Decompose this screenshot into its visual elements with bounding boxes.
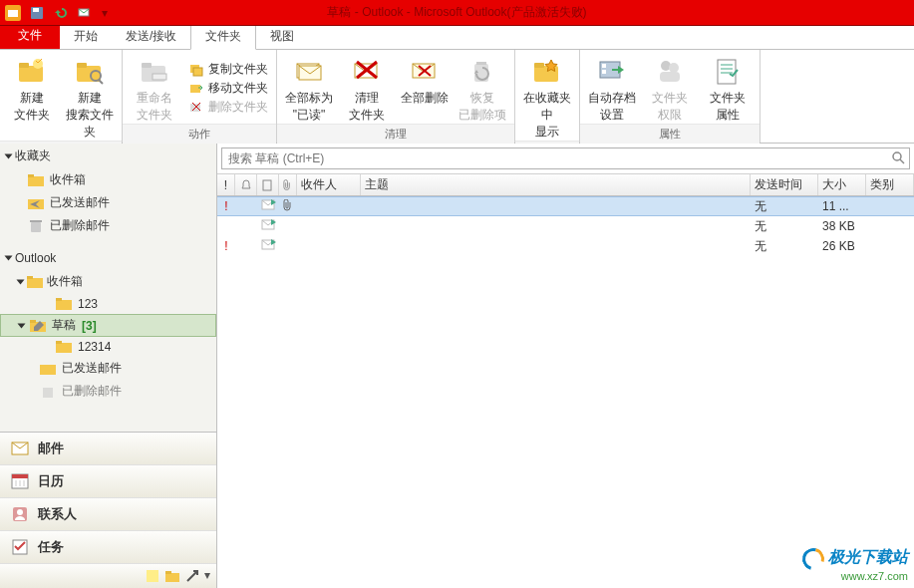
svg-line-11 <box>99 80 103 84</box>
autoarchive-button[interactable]: 自动存档 设置 <box>584 52 640 124</box>
nav-inbox-node[interactable]: 收件箱 <box>0 269 216 294</box>
cleanup-folder-button[interactable]: 清理 文件夹 <box>339 52 395 124</box>
col-size[interactable]: 大小 <box>818 174 866 195</box>
nav-folder-123-label: 123 <box>78 297 98 311</box>
message-row[interactable]: ! 无 26 KB <box>217 236 914 256</box>
svg-rect-8 <box>77 66 101 82</box>
nav-calendar-button[interactable]: 日历 <box>0 465 216 498</box>
svg-rect-47 <box>27 278 43 288</box>
nav-fav-deleted[interactable]: 已删除邮件 <box>0 214 216 237</box>
qat-customize-dropdown[interactable]: ▾ <box>98 2 112 24</box>
svg-rect-50 <box>56 298 62 301</box>
col-category[interactable]: 类别 <box>866 174 914 195</box>
col-reminder[interactable] <box>235 174 257 195</box>
svg-rect-43 <box>28 174 34 177</box>
folder-properties-label: 文件夹 属性 <box>710 90 746 124</box>
folder-permissions-button: 文件夹 权限 <box>642 52 698 124</box>
col-recipient[interactable]: 收件人 <box>297 174 361 195</box>
svg-rect-34 <box>602 70 606 74</box>
cell-sendtime: 无 <box>751 198 818 215</box>
new-folder-button[interactable]: 新建 文件夹 <box>4 52 60 141</box>
nav-outlook-label: Outlook <box>15 251 56 265</box>
ribbon-group-actions: 重命名 文件夹 复制文件夹 移动文件夹 删除文件夹 动作 <box>123 50 277 143</box>
nav-folder-12314[interactable]: 12314 <box>0 337 216 357</box>
svg-rect-66 <box>147 570 158 582</box>
nav-mail-button[interactable]: 邮件 <box>0 433 216 465</box>
group-cleanup-label: 清理 <box>277 124 514 144</box>
qat-sendreceive-icon[interactable] <box>74 2 96 24</box>
tab-folder[interactable]: 文件夹 <box>190 23 256 50</box>
svg-rect-54 <box>56 341 62 344</box>
nav-tray-dropdown[interactable]: ▾ <box>204 568 210 584</box>
cell-sendtime: 无 <box>751 238 818 255</box>
nav-fav-deleted-label: 已删除邮件 <box>50 217 110 234</box>
autoarchive-label: 自动存档 设置 <box>588 90 636 124</box>
folder-icon <box>28 173 44 187</box>
nav-fav-inbox[interactable]: 收件箱 <box>0 168 216 191</box>
nav-contacts-label: 联系人 <box>38 505 77 523</box>
navigation-pane: 收藏夹 收件箱 已发送邮件 已删除邮件 Outlook 收件箱 123 <box>0 144 217 588</box>
folder-icon <box>27 275 43 289</box>
nav-favorites-header[interactable]: 收藏夹 <box>0 144 216 168</box>
svg-rect-3 <box>33 8 39 12</box>
mark-all-read-label: 全部标为 "已读" <box>285 90 333 124</box>
svg-rect-67 <box>165 573 179 582</box>
nav-outlook-header[interactable]: Outlook <box>0 247 216 269</box>
copy-folder-button[interactable]: 复制文件夹 <box>184 60 272 79</box>
search-input[interactable] <box>222 151 887 165</box>
ribbon-group-favorites: 在收藏夹中 显示 收藏夹 <box>515 50 580 143</box>
titlebar: ▾ 草稿 - Outlook - Microsoft Outlook(产品激活失… <box>0 0 914 26</box>
tab-file[interactable]: 文件 <box>0 22 60 49</box>
col-sendtime[interactable]: 发送时间 <box>751 174 818 195</box>
svg-rect-55 <box>40 365 56 375</box>
svg-line-70 <box>900 159 904 163</box>
nav-tasks-button[interactable]: 任务 <box>0 531 216 564</box>
col-importance[interactable]: ! <box>217 174 235 195</box>
cell-size: 26 KB <box>818 239 866 253</box>
svg-rect-68 <box>165 571 171 574</box>
notes-icon[interactable] <box>145 568 160 584</box>
svg-rect-42 <box>28 176 44 186</box>
qat-save-icon[interactable] <box>26 2 48 24</box>
outlook-app-icon[interactable] <box>2 2 24 24</box>
search-icon[interactable] <box>887 150 909 167</box>
delete-all-button[interactable]: 全部删除 <box>397 52 453 124</box>
sent-icon <box>28 196 44 210</box>
search-box[interactable] <box>221 147 910 169</box>
new-search-folder-button[interactable]: 新建 搜索文件夹 <box>62 52 118 141</box>
show-in-favorites-button[interactable]: 在收藏夹中 显示 <box>519 52 575 141</box>
nav-contacts-button[interactable]: 联系人 <box>0 498 216 531</box>
delete-folder-button[interactable]: 删除文件夹 <box>184 98 272 117</box>
message-row[interactable]: 无 38 KB <box>217 216 914 236</box>
col-subject[interactable]: 主题 <box>361 174 751 195</box>
chevron-down-icon <box>18 323 26 328</box>
tab-send-receive[interactable]: 发送/接收 <box>112 24 190 49</box>
delete-folder-label: 删除文件夹 <box>208 99 268 116</box>
tab-home[interactable]: 开始 <box>60 24 112 49</box>
group-properties-label: 属性 <box>580 124 760 144</box>
svg-rect-71 <box>263 180 271 190</box>
nav-calendar-label: 日历 <box>38 472 64 490</box>
mark-all-read-button[interactable]: 全部标为 "已读" <box>281 52 337 124</box>
shortcuts-icon[interactable] <box>184 568 200 584</box>
rename-folder-button: 重命名 文件夹 <box>127 52 182 124</box>
svg-point-64 <box>17 509 23 515</box>
nav-mail-label: 邮件 <box>38 440 64 457</box>
folder-properties-button[interactable]: 文件夹 属性 <box>700 52 756 124</box>
nav-fav-sent[interactable]: 已发送邮件 <box>0 191 216 214</box>
nav-deleted[interactable]: 已删除邮件 <box>0 380 216 403</box>
message-row[interactable]: ! 无 11 ... <box>217 196 914 216</box>
new-folder-label: 新建 文件夹 <box>14 90 50 124</box>
nav-drafts-count: [3] <box>82 319 97 333</box>
cell-importance: ! <box>217 239 235 253</box>
move-folder-button[interactable]: 移动文件夹 <box>184 79 272 98</box>
calendar-icon <box>10 471 30 491</box>
col-icon[interactable] <box>257 174 279 195</box>
nav-drafts[interactable]: 草稿 [3] <box>0 314 216 337</box>
nav-sent[interactable]: 已发送邮件 <box>0 357 216 380</box>
nav-folder-123[interactable]: 123 <box>0 294 216 314</box>
folder-icon[interactable] <box>164 568 180 584</box>
qat-undo-icon[interactable] <box>50 2 72 24</box>
tab-view[interactable]: 视图 <box>256 24 308 49</box>
col-attachment[interactable] <box>279 174 297 195</box>
